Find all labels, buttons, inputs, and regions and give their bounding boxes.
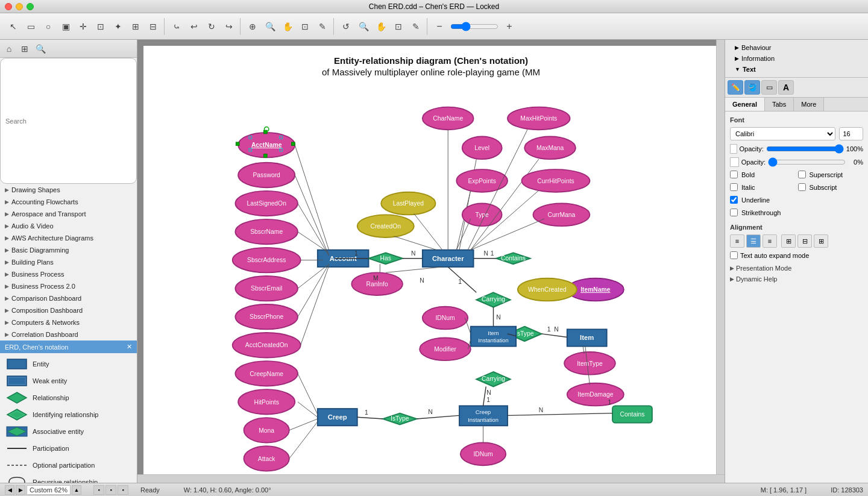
star-tool[interactable]: ✦ [110,18,127,35]
shape-relationship[interactable]: Relationship [2,389,134,406]
sidebar-item-business-process-2[interactable]: ▶ Business Process 2.0 [0,280,137,292]
panel-tree-text[interactable]: ▼ Text [730,64,863,75]
search-tool[interactable]: 🔍 [262,18,278,35]
superscript-checkbox[interactable] [798,171,806,178]
prev-nav-btn[interactable]: ◀ [5,485,14,495]
sidebar-item-comparison-dashboard[interactable]: ▶ Comparison Dashboard [0,292,137,304]
align-center-btn[interactable]: ☰ [746,234,761,248]
zoom-in[interactable]: 🔍 [355,18,372,35]
back-tool[interactable]: ⤿ [168,18,185,35]
home-icon[interactable]: ⌂ [2,42,16,55]
search-sidebar-btn[interactable]: 🔍 [34,42,47,55]
sidebar-item-erd-chen[interactable]: ERD, Chen's notation ✕ [0,341,137,353]
sidebar-item-aws[interactable]: ▶ AWS Architecture Diagrams [0,232,137,244]
traffic-lights [5,3,34,10]
dynamic-help-link[interactable]: ▶ Dynamic Help [730,274,863,284]
shape-optional-participation[interactable]: Optional participation [2,457,134,474]
zoom-in-btn[interactable]: + [501,18,518,35]
note-tool[interactable]: ⊡ [92,18,109,35]
rect-format-btn[interactable]: ▭ [761,80,777,95]
page-btn-2[interactable]: ▪ [105,485,116,495]
align-justify-center-btn[interactable]: ⊟ [797,234,812,248]
draw-tool[interactable]: ✎ [407,18,424,35]
prev-page[interactable]: ↺ [338,18,354,35]
bold-checkbox[interactable] [730,171,738,178]
align-left-btn[interactable]: ≡ [730,234,744,248]
shape-label: Entity [33,360,49,368]
page-btn-3[interactable]: ▪ [118,485,128,495]
vertical-scrollbar[interactable] [716,40,725,474]
subscript-checkbox[interactable] [798,183,806,191]
select-tool[interactable]: ↖ [5,18,22,35]
sidebar-item-accounting-flowcharts[interactable]: ▶ Accounting Flowcharts [0,196,137,208]
sidebar-item-correlation-dashboard[interactable]: ▶ Correlation Dashboard [0,328,137,341]
next-nav-btn[interactable]: ▶ [16,485,25,495]
tab-tabs[interactable]: Tabs [765,98,794,111]
paint-format-btn[interactable]: 🪣 [744,80,760,95]
color-swatch-1[interactable] [730,144,737,154]
zoom-out-btn[interactable]: − [431,18,448,35]
shape-entity[interactable]: Entity [2,356,134,372]
grid-view-icon[interactable]: ⊞ [18,42,31,55]
zoom-fit-tool[interactable]: ⊕ [244,18,261,35]
font-family-select[interactable]: Calibri Arial Helvetica [730,127,835,140]
close-icon[interactable]: ✕ [127,343,132,351]
add-tool[interactable]: ⊞ [127,18,144,35]
auto-expand-checkbox[interactable] [730,251,738,259]
pencil-format-btn[interactable]: ✏️ [728,80,743,95]
align-justify-right-btn[interactable]: ⊞ [814,234,828,248]
shape-associative-entity[interactable]: Associative entity [2,423,134,440]
text-format-btn[interactable]: A [778,80,794,95]
table-tool[interactable]: ▣ [57,18,74,35]
shape-recursive-relationship[interactable]: Recursive relationship [2,474,134,483]
sidebar-item-basic[interactable]: ▶ Basic Diagramming [0,244,137,256]
undo-tool[interactable]: ↩ [186,18,203,35]
align-justify-left-btn[interactable]: ⊞ [781,234,796,248]
redo-tool[interactable]: ↻ [203,18,220,35]
close-button[interactable] [5,3,12,10]
minimize-button[interactable] [16,3,23,10]
zoom-slider[interactable] [450,22,498,31]
underline-checkbox[interactable] [730,196,738,204]
panel-tree-information[interactable]: ▶ Information [730,53,863,64]
canvas[interactable]: Entity-relationship diagram (Chen's nota… [143,46,719,477]
presentation-mode-link[interactable]: ▶ Presentation Mode [730,263,863,274]
sidebar-item-business-process[interactable]: ▶ Business Process [0,268,137,280]
font-size-input[interactable] [839,127,863,140]
sidebar-item-composition-dashboard[interactable]: ▶ Composition Dashboard [0,304,137,316]
bold-label: Bold [741,171,755,178]
sidebar-item-audio-video[interactable]: ▶ Audio & Video [0,220,137,232]
panel-tree-behaviour[interactable]: ▶ Behaviour [730,42,863,53]
italic-checkbox[interactable] [730,183,738,191]
zoom-up-btn[interactable]: ▲ [72,485,81,495]
maximize-button[interactable] [27,3,34,10]
sidebar-item-drawing-shapes[interactable]: ▶ Drawing Shapes [0,184,137,196]
align-right-btn[interactable]: ≡ [763,234,777,248]
fwd-tool[interactable]: ↪ [221,18,237,35]
sidebar-item-computers-networks[interactable]: ▶ Computers & Networks [0,316,137,328]
sidebar-item-aerospace[interactable]: ▶ Aerospace and Transport [0,208,137,220]
shape-weak-entity[interactable]: Weak entity [2,372,134,389]
ellipse-tool[interactable]: ○ [40,18,57,35]
shape-participation[interactable]: Participation [2,440,134,457]
grid-tool[interactable]: ⊡ [390,18,407,35]
remove-tool[interactable]: ⊟ [145,18,162,35]
opacity-slider-2[interactable] [768,157,846,167]
tab-general[interactable]: General [725,98,765,111]
print-tool[interactable]: ⊡ [297,18,313,35]
sidebar-item-building-plans[interactable]: ▶ Building Plans [0,256,137,268]
pen-tool[interactable]: ✎ [314,18,331,35]
hand-tool[interactable]: ✋ [373,18,389,35]
color-swatch-2[interactable] [730,157,739,167]
search-input[interactable] [0,58,137,184]
canvas-area[interactable]: Entity-relationship diagram (Chen's nota… [137,40,725,483]
shape-identifying-relationship[interactable]: Identifying relationship [2,406,134,423]
strikethrough-checkbox[interactable] [730,209,738,216]
rect-tool[interactable]: ▭ [22,18,39,35]
horizontal-scrollbar[interactable] [137,474,725,483]
cross-tool[interactable]: ✛ [75,18,92,35]
opacity-slider-1[interactable] [766,144,844,154]
pan-tool[interactable]: ✋ [279,18,296,35]
tab-more[interactable]: More [794,98,824,111]
page-btn-1[interactable]: ▪ [93,485,104,495]
